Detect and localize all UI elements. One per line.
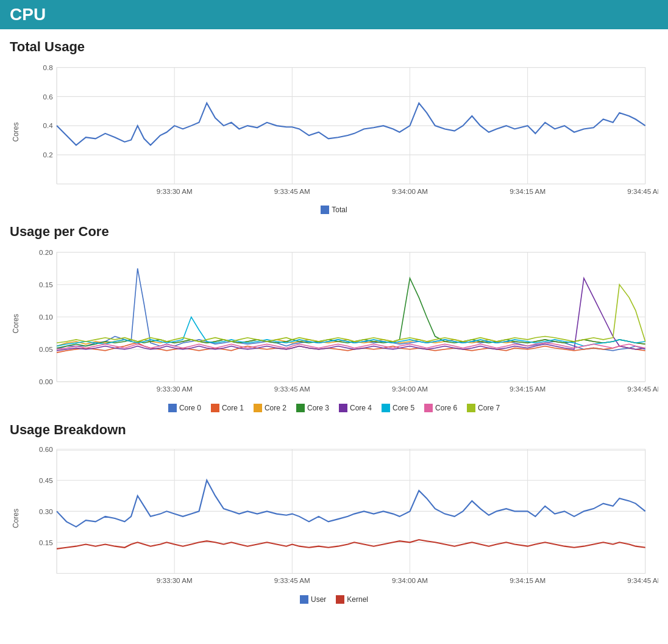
legend-item-total: Total [321,206,347,214]
breakdown-chart-area: Cores [10,444,658,593]
svg-text:9:34:15 AM: 9:34:15 AM [510,187,545,195]
total-usage-chart-container: Cores [10,61,658,214]
total-usage-legend: Total [10,206,658,214]
svg-text:9:33:30 AM: 9:33:30 AM [157,187,193,195]
legend-color-core1 [211,404,219,412]
per-core-y-label: Cores [10,246,22,401]
page-title: CPU [10,5,46,24]
svg-text:0.8: 0.8 [43,63,52,71]
breakdown-chart-container: Cores [10,444,658,604]
breakdown-legend: User Kernel [10,595,658,604]
svg-text:0.20: 0.20 [39,248,53,256]
svg-text:0.60: 0.60 [39,445,53,453]
per-core-title: Usage per Core [10,224,658,240]
legend-item-user: User [300,595,326,604]
legend-item-core7: Core 7 [467,404,500,412]
legend-color-core7 [467,404,475,412]
legend-item-core3: Core 3 [296,404,329,412]
legend-color-core5 [382,404,390,412]
breakdown-chart-inner: 0.60 0.45 0.30 0.15 9:33:30 AM 9:33:45 A… [24,444,658,593]
per-core-chart-inner: 0.20 0.15 0.10 0.05 0.00 9:33:30 AM 9:33… [24,246,658,401]
legend-color-user [300,595,308,604]
legend-item-core6: Core 6 [424,404,457,412]
legend-item-core2: Core 2 [254,404,286,412]
svg-text:0.00: 0.00 [39,378,53,386]
total-usage-y-label: Cores [10,61,22,203]
svg-text:0.6: 0.6 [43,93,52,101]
svg-text:0.4: 0.4 [43,121,53,129]
total-usage-chart-area: Cores [10,61,658,203]
legend-item-core1: Core 1 [211,404,244,412]
legend-item-kernel: Kernel [336,595,368,604]
svg-text:0.30: 0.30 [39,507,53,515]
svg-text:9:34:45 AM: 9:34:45 AM [627,385,658,393]
per-core-svg: 0.20 0.15 0.10 0.05 0.00 9:33:30 AM 9:33… [24,246,658,401]
legend-label-total: Total [332,206,347,214]
svg-text:9:33:45 AM: 9:33:45 AM [274,576,310,584]
legend-label-core0: Core 0 [179,404,201,412]
legend-color-core3 [296,404,305,412]
svg-text:0.2: 0.2 [43,151,52,159]
svg-text:9:33:45 AM: 9:33:45 AM [274,385,310,393]
svg-text:9:33:45 AM: 9:33:45 AM [274,187,310,195]
legend-item-core0: Core 0 [168,404,201,412]
legend-label-core3: Core 3 [307,404,329,412]
svg-text:9:34:15 AM: 9:34:15 AM [510,385,545,393]
legend-color-core2 [254,404,262,412]
legend-label-user: User [311,595,326,604]
legend-color-core6 [424,404,433,412]
svg-text:0.05: 0.05 [39,346,53,354]
svg-text:9:34:00 AM: 9:34:00 AM [392,187,428,195]
svg-text:9:34:45 AM: 9:34:45 AM [627,576,658,584]
svg-text:0.45: 0.45 [39,476,53,484]
svg-text:0.15: 0.15 [39,281,53,288]
legend-label-core6: Core 6 [435,404,457,412]
per-core-legend: Core 0 Core 1 Core 2 Core 3 Core 4 Core … [10,404,658,412]
svg-text:0.15: 0.15 [39,538,53,546]
svg-text:9:33:30 AM: 9:33:30 AM [157,576,193,584]
per-core-chart-area: Cores 0.2 [10,246,658,401]
legend-label-core7: Core 7 [478,404,500,412]
legend-color-core4 [339,404,347,412]
legend-color-core0 [168,404,177,412]
breakdown-svg: 0.60 0.45 0.30 0.15 9:33:30 AM 9:33:45 A… [24,444,658,593]
legend-item-core4: Core 4 [339,404,372,412]
breakdown-y-label: Cores [10,444,22,593]
svg-text:9:34:00 AM: 9:34:00 AM [392,576,428,584]
legend-color-total [321,206,329,214]
legend-label-kernel: Kernel [347,595,368,604]
svg-text:9:34:45 AM: 9:34:45 AM [627,187,658,195]
breakdown-title: Usage Breakdown [10,422,658,438]
svg-text:9:33:30 AM: 9:33:30 AM [157,385,193,393]
svg-text:0.10: 0.10 [39,313,53,321]
page-header: CPU [0,0,668,29]
svg-text:9:34:00 AM: 9:34:00 AM [392,385,428,393]
total-usage-svg: 0.8 0.6 0.4 0.2 9:33:30 AM 9:33:45 AM 9:… [24,61,658,203]
legend-label-core5: Core 5 [393,404,414,412]
per-core-chart-container: Cores 0.2 [10,246,658,412]
legend-label-core2: Core 2 [265,404,286,412]
legend-label-core4: Core 4 [350,404,372,412]
total-usage-chart-inner: 0.8 0.6 0.4 0.2 9:33:30 AM 9:33:45 AM 9:… [24,61,658,203]
per-core-section: Usage per Core Cores [0,224,668,412]
legend-item-core5: Core 5 [382,404,414,412]
breakdown-section: Usage Breakdown Cores [0,422,668,604]
legend-label-core1: Core 1 [222,404,244,412]
legend-color-kernel [336,595,344,604]
svg-rect-43 [57,451,645,574]
total-usage-title: Total Usage [10,39,658,55]
total-usage-section: Total Usage Cores [0,39,668,214]
svg-text:9:34:15 AM: 9:34:15 AM [510,576,545,584]
